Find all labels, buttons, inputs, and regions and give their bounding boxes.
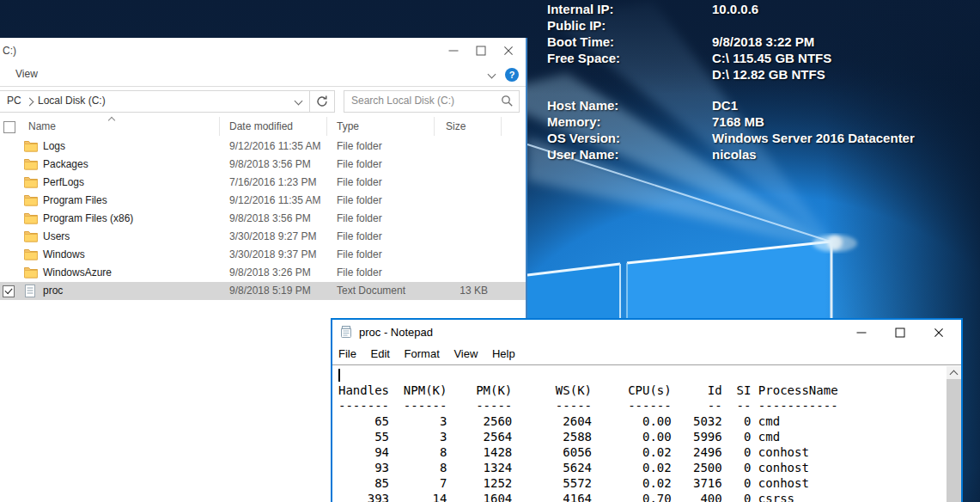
sort-ascending-icon <box>108 117 115 124</box>
close-button[interactable] <box>495 38 522 64</box>
bginfo-row: User Name:nicolas <box>547 146 951 162</box>
file-type: File folder <box>337 210 382 228</box>
file-row-program-files[interactable]: Program Files 9/12/2016 11:35 AM File fo… <box>0 192 526 210</box>
text-line: 94 8 1428 6056 0.02 2496 0 conhost <box>338 444 940 460</box>
folder-icon <box>24 230 38 245</box>
menu-edit[interactable]: Edit <box>371 345 390 364</box>
file-row-logs[interactable]: Logs 9/12/2016 11:35 AM File folder <box>0 138 526 156</box>
file-type: File folder <box>337 228 382 246</box>
tab-view[interactable]: View <box>15 64 38 85</box>
explorer-titlebar[interactable]: C:) <box>0 38 526 64</box>
maximize-button[interactable] <box>467 38 495 64</box>
column-header-type[interactable]: Type <box>337 115 359 138</box>
address-bar[interactable]: PC Local Disk (C:) <box>0 90 310 113</box>
bginfo-overlay: Internal IP:10.0.0.6 Public IP: Boot Tim… <box>547 1 951 162</box>
bginfo-label <box>547 66 712 83</box>
maximize-icon <box>895 328 904 337</box>
explorer-window-title: C:) <box>3 38 16 64</box>
file-type: File folder <box>337 174 382 192</box>
scrollbar-thumb[interactable] <box>947 379 961 502</box>
explorer-ribbon-tabs: View ? <box>0 64 526 87</box>
close-button[interactable] <box>919 320 958 345</box>
select-all-checkbox[interactable] <box>3 121 15 133</box>
folder-icon <box>24 194 38 209</box>
file-size: 13 KB <box>412 282 488 300</box>
file-date: 9/8/2018 3:56 PM <box>229 210 311 228</box>
file-row-program-files-x86[interactable]: Program Files (x86) 9/8/2018 3:56 PM Fil… <box>0 210 526 228</box>
menu-view[interactable]: View <box>453 345 478 364</box>
bginfo-value: C:\ 115.45 GB NTFS <box>712 50 951 66</box>
address-dropdown-chevron-icon[interactable] <box>295 97 303 106</box>
notepad-text-area[interactable]: Handles NPM(K) PM(K) WS(K) CPU(s) Id SI … <box>332 364 961 502</box>
bginfo-label: Boot Time: <box>547 34 712 50</box>
column-header-size[interactable]: Size <box>446 115 466 138</box>
file-row-users[interactable]: Users 3/30/2018 9:27 PM File folder <box>0 228 526 246</box>
menu-help[interactable]: Help <box>492 345 515 364</box>
breadcrumb-chevron-icon[interactable] <box>26 98 34 107</box>
scrollbar-up-button[interactable] <box>947 366 961 379</box>
column-divider[interactable] <box>326 117 327 136</box>
folder-icon <box>24 140 38 155</box>
refresh-button[interactable] <box>310 90 335 113</box>
file-date: 9/12/2016 11:35 AM <box>229 192 321 210</box>
text-line: Handles NPM(K) PM(K) WS(K) CPU(s) Id SI … <box>338 383 940 398</box>
file-name: Program Files <box>43 192 107 210</box>
minimize-button[interactable] <box>440 38 467 64</box>
file-type: File folder <box>337 156 382 174</box>
folder-icon <box>24 212 38 227</box>
notepad-document-text: Handles NPM(K) PM(K) WS(K) CPU(s) Id SI … <box>338 367 940 502</box>
column-divider[interactable] <box>434 117 435 136</box>
bginfo-label: User Name: <box>547 146 712 162</box>
column-divider[interactable] <box>219 117 220 136</box>
menu-format[interactable]: Format <box>405 345 440 364</box>
explorer-caption-buttons <box>440 38 522 64</box>
column-divider[interactable] <box>501 117 502 136</box>
file-date: 9/8/2018 3:56 PM <box>229 156 311 174</box>
column-header-date-modified[interactable]: Date modified <box>229 115 293 138</box>
folder-icon <box>24 248 38 263</box>
file-name: WindowsAzure <box>43 264 112 282</box>
search-box <box>344 90 520 113</box>
row-checkbox-checked[interactable] <box>3 285 15 297</box>
bginfo-row: Public IP: <box>547 17 951 34</box>
file-row-perflogs[interactable]: PerfLogs 7/16/2016 1:23 PM File folder <box>0 174 526 192</box>
file-row-windows[interactable]: Windows 3/30/2018 9:37 PM File folder <box>0 246 526 264</box>
file-date: 9/12/2016 11:35 AM <box>229 138 321 156</box>
bginfo-row: Host Name:DC1 <box>547 97 951 113</box>
bginfo-value: 7168 MB <box>712 113 951 130</box>
menu-file[interactable]: File <box>338 345 356 364</box>
file-row-windowsazure[interactable]: WindowsAzure 9/8/2018 3:26 PM File folde… <box>0 264 526 282</box>
search-input[interactable] <box>344 91 502 110</box>
bginfo-label: Internal IP: <box>547 1 712 17</box>
file-row-proc-selected[interactable]: proc 9/8/2018 5:19 PM Text Document 13 K… <box>0 282 526 300</box>
file-row-packages[interactable]: Packages 9/8/2018 3:56 PM File folder <box>0 156 526 174</box>
text-line: 93 8 1324 5624 0.02 2500 0 conhost <box>338 460 940 475</box>
column-headers: Name Date modified Type Size <box>0 115 526 138</box>
bginfo-label: Host Name: <box>547 97 712 113</box>
file-name: PerfLogs <box>43 174 84 192</box>
file-name: Windows <box>43 246 85 264</box>
bginfo-row: Free Space:C:\ 115.45 GB NTFS <box>547 50 951 66</box>
minimize-button[interactable] <box>842 320 880 345</box>
search-icon <box>501 95 514 107</box>
vertical-scrollbar[interactable] <box>947 366 961 502</box>
help-button[interactable]: ? <box>505 68 519 82</box>
notepad-icon <box>339 325 353 341</box>
minimize-icon <box>856 332 866 333</box>
bginfo-value: 9/8/2018 3:22 PM <box>712 34 951 50</box>
folder-icon <box>24 266 38 281</box>
maximize-button[interactable] <box>880 320 919 345</box>
breadcrumb-location[interactable]: Local Disk (C:) <box>38 91 106 111</box>
breadcrumb-root[interactable]: PC <box>7 91 21 111</box>
file-date: 9/8/2018 5:19 PM <box>229 282 311 300</box>
chevron-up-icon <box>950 370 959 379</box>
column-header-name[interactable]: Name <box>28 115 56 138</box>
bginfo-row: Internal IP:10.0.0.6 <box>547 1 951 17</box>
text-line: 65 3 2560 2604 0.00 5032 0 cmd <box>338 413 940 429</box>
file-name: Logs <box>43 138 65 156</box>
ribbon-collapse-chevron-icon[interactable] <box>488 70 496 79</box>
explorer-address-row: PC Local Disk (C:) <box>0 87 526 115</box>
notepad-titlebar[interactable]: proc - Notepad <box>332 320 961 345</box>
desktop: Internal IP:10.0.0.6 Public IP: Boot Tim… <box>0 0 980 502</box>
file-name: proc <box>43 282 63 300</box>
